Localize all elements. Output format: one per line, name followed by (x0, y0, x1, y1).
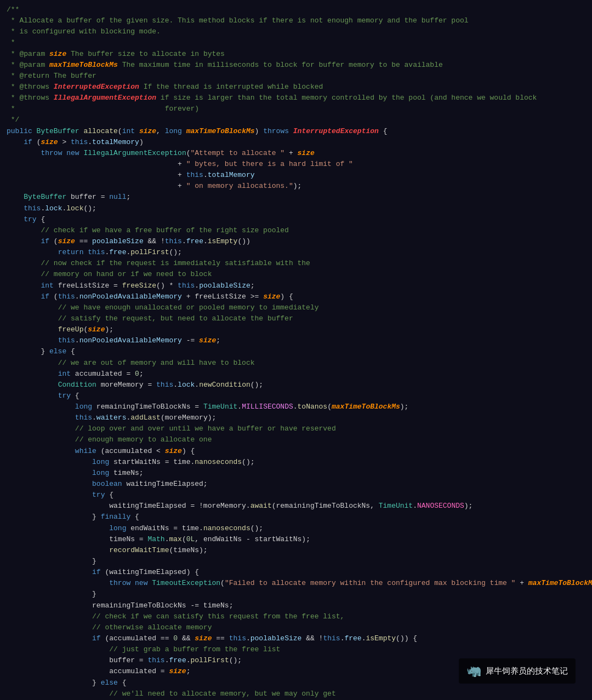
code-line: int accumulated = 0; (7, 369, 585, 380)
code-line: freeUp(size); (7, 324, 585, 335)
code-line: Condition moreMemory = this.lock.newCond… (7, 380, 585, 391)
code-line: } else { (7, 346, 585, 357)
watermark-text: 犀牛饲养员的技术笔记 (486, 664, 568, 677)
code-line: // memory on hand or if we need to block (7, 269, 585, 280)
code-line: * @throws InterruptedException If the th… (7, 82, 585, 93)
watermark-icon: 🦏 (466, 662, 481, 680)
code-line: timeNs = Math.max(0L, endWaitNs - startW… (7, 534, 585, 545)
code-line: try { (7, 214, 585, 225)
code-line: // check if we have a free buffer of the… (7, 225, 585, 236)
code-line: * forever) (7, 104, 585, 114)
code-line: waitingTimeElapsed = !moreMemory.await(r… (7, 501, 585, 512)
code-line: // satisfy the request, but need to allo… (7, 313, 585, 324)
code-line: * is configured with blocking mode. (7, 26, 585, 37)
code-line: if (waitingTimeElapsed) { (7, 567, 585, 578)
code-line: + " bytes, but there is a hard limit of … (7, 159, 585, 170)
code-line: * Allocate a buffer of the given size. T… (7, 15, 585, 26)
code-line: if (accumulated == 0 && size == this.poo… (7, 633, 585, 644)
code-line: } (7, 556, 585, 567)
code-line: * @param size The buffer size to allocat… (7, 49, 585, 60)
code-line: long timeNs; (7, 468, 585, 479)
code-line: // now check if the request is immediate… (7, 258, 585, 269)
code-line: + " on memory allocations."); (7, 181, 585, 192)
code-line: if (size > this.totalMemory) (7, 137, 585, 148)
code-line: try { (7, 391, 585, 401)
code-line: // loop over and over until we have a bu… (7, 423, 585, 434)
code-line: throw new TimeoutException("Failed to al… (7, 578, 585, 589)
code-line: // we'll need to allocate memory, but we… (7, 688, 585, 699)
code-line: // just grab a buffer from the free list (7, 644, 585, 655)
code-line: try { (7, 490, 585, 501)
code-line: ByteBuffer buffer = null; (7, 192, 585, 203)
code-line: /** (7, 4, 585, 15)
code-line: remainingTimeToBlockNs -= timeNs; (7, 600, 585, 611)
code-line: } finally { (7, 512, 585, 523)
code-line: * @throws IllegalArgumentException if si… (7, 93, 585, 104)
code-line: this.nonPooledAvailableMemory -= size; (7, 335, 585, 346)
code-line: // we have enough unallocated or pooled … (7, 302, 585, 313)
code-line: + this.totalMemory (7, 170, 585, 181)
code-line: return this.free.pollFirst(); (7, 247, 585, 258)
code-line: */ (7, 114, 585, 125)
code-line: while (accumulated < size) { (7, 446, 585, 457)
code-line: long remainingTimeToBlockNs = TimeUnit.M… (7, 401, 585, 412)
code-line: long startWaitNs = time.nanoseconds(); (7, 457, 585, 468)
code-editor: /** * Allocate a buffer of the given siz… (0, 0, 592, 700)
code-line: * @param maxTimeToBlockMs The maximum ti… (7, 60, 585, 71)
code-line: // we are out of memory and will have to… (7, 358, 585, 369)
code-line: recordWaitTime(timeNs); (7, 545, 585, 556)
code-line: * @return The buffer (7, 71, 585, 82)
code-line: * (7, 37, 585, 48)
code-line: throw new IllegalArgumentException("Atte… (7, 148, 585, 159)
code-line: public ByteBuffer allocate(int size, lon… (7, 126, 585, 137)
code-line: if (this.nonPooledAvailableMemory + free… (7, 291, 585, 302)
code-line: this.waiters.addLast(moreMemory); (7, 412, 585, 423)
code-line: long endWaitNs = time.nanoseconds(); (7, 523, 585, 534)
code-line: // enough memory to allocate one (7, 434, 585, 445)
code-line: if (size == poolableSize && !this.free.i… (7, 236, 585, 247)
code-line: this.lock.lock(); (7, 203, 585, 214)
code-line: // otherwise allocate memory (7, 622, 585, 633)
code-line: int freeListSize = freeSize() * this.poo… (7, 280, 585, 291)
code-line: // check if we can satisfy this request … (7, 611, 585, 622)
code-line: boolean waitingTimeElapsed; (7, 479, 585, 490)
code-line: } (7, 589, 585, 600)
watermark: 🦏 犀牛饲养员的技术笔记 (459, 658, 576, 684)
